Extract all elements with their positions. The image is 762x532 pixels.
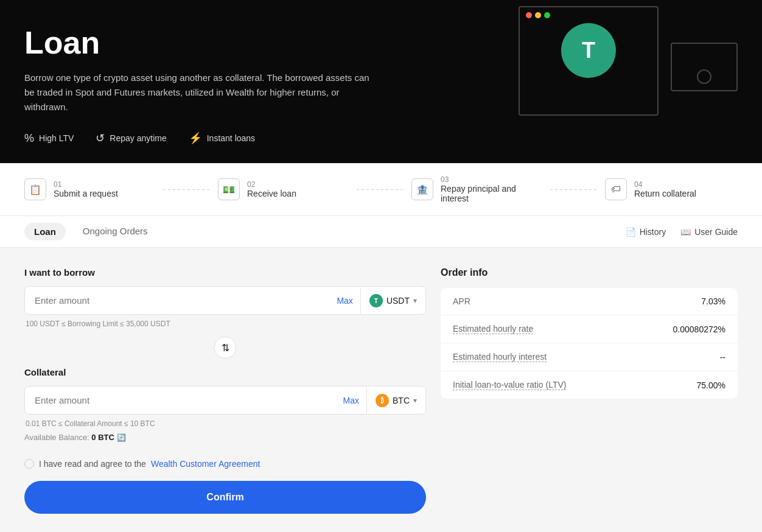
hourly-rate-row: Estimated hourly rate 0.00080272% (441, 315, 738, 343)
tether-logo: T (561, 23, 616, 78)
usdt-icon: T (369, 294, 383, 307)
step-3-icon: 🏦 (411, 178, 433, 200)
hero-illustration: T (519, 6, 738, 116)
agreement-link[interactable]: Wealth Customer Agreement (151, 459, 260, 469)
borrow-hint: 100 USDT ≤ Borrowing Limit ≤ 35,000 USDT (26, 320, 426, 328)
collateral-max-button[interactable]: Max (336, 396, 366, 405)
step-divider-3 (550, 189, 599, 190)
collateral-amount-input[interactable] (25, 387, 336, 414)
agreement-checkbox[interactable] (24, 459, 34, 469)
step-3-label: Repay principal and interest (441, 184, 544, 203)
collateral-token-selector[interactable]: ₿ BTC ▾ (366, 388, 425, 413)
tabs-row: Loan Ongoing Orders 📄 History 📖 User Gui… (0, 216, 762, 248)
steps-bar: 📋 01 Submit a request 💵 02 Receive loan … (0, 163, 762, 216)
step-4-num: 04 (634, 180, 696, 189)
hero-description: Borrow one type of crypto asset using an… (24, 71, 377, 114)
dot-green (544, 12, 550, 18)
hero-features: % High LTV ↺ Repay anytime ⚡ Instant loa… (24, 131, 426, 145)
collateral-token-label: BTC (393, 396, 410, 405)
agreement-text: I have read and agree to the (39, 459, 146, 469)
history-icon: 📄 (626, 227, 636, 237)
step-2-text: 02 Receive loan (247, 180, 296, 198)
borrow-token-label: USDT (386, 296, 410, 306)
apr-label: APR (453, 296, 470, 306)
borrow-input-row: Max T USDT ▾ (24, 286, 426, 315)
order-info-card: APR 7.03% Estimated hourly rate 0.000802… (441, 288, 738, 399)
step-2: 💵 02 Receive loan (218, 178, 351, 200)
monitor-illustration: T (519, 6, 659, 116)
collateral-token-chevron: ▾ (413, 396, 417, 405)
step-2-icon: 💵 (218, 178, 240, 200)
hourly-interest-row: Estimated hourly interest -- (441, 343, 738, 371)
swap-button[interactable]: ⇅ (214, 337, 236, 359)
step-divider-1 (163, 189, 212, 190)
step-1-num: 01 (54, 180, 118, 189)
step-1: 📋 01 Submit a request (24, 178, 157, 200)
step-2-label: Receive loan (247, 189, 296, 198)
available-balance-row: Available Balance: 0 BTC 🔄 (24, 433, 426, 442)
hourly-interest-label: Estimated hourly interest (453, 352, 547, 362)
lightning-icon: ⚡ (189, 131, 202, 145)
order-info-title: Order info (441, 267, 738, 278)
step-3-text: 03 Repay principal and interest (441, 175, 544, 203)
history-button[interactable]: 📄 History (626, 227, 666, 237)
collateral-input-row: Max ₿ BTC ▾ (24, 386, 426, 415)
feature-repay: ↺ Repay anytime (96, 131, 166, 145)
step-1-text: 01 Submit a request (54, 180, 118, 198)
hourly-rate-value: 0.00080272% (673, 324, 725, 334)
step-2-num: 02 (247, 180, 296, 189)
apr-row: APR 7.03% (441, 288, 738, 315)
step-1-icon: 📋 (24, 178, 46, 200)
hourly-rate-label: Estimated hourly rate (453, 324, 533, 334)
step-divider-2 (357, 189, 405, 190)
left-panel: I want to borrow Max T USDT ▾ 100 USDT ≤… (24, 267, 426, 514)
borrow-max-button[interactable]: Max (329, 296, 360, 306)
ltv-row: Initial loan-to-value ratio (LTV) 75.00% (441, 371, 738, 399)
page-title: Loan (24, 24, 426, 61)
user-guide-icon: 📖 (680, 227, 691, 237)
collateral-section-label: Collateral (24, 367, 426, 377)
tabs-actions: 📄 History 📖 User Guide (626, 227, 738, 237)
feature-instant: ⚡ Instant loans (189, 131, 255, 145)
right-panel: Order info APR 7.03% Estimated hourly ra… (441, 267, 738, 514)
step-3-num: 03 (441, 175, 544, 184)
user-guide-button[interactable]: 📖 User Guide (680, 227, 738, 237)
available-balance-label: Available Balance: (24, 433, 89, 442)
step-1-label: Submit a request (54, 189, 118, 198)
feature-ltv-label: High LTV (39, 133, 74, 143)
ltv-label: Initial loan-to-value ratio (LTV) (453, 380, 566, 390)
borrow-amount-input[interactable] (25, 287, 329, 314)
content-area: I want to borrow Max T USDT ▾ 100 USDT ≤… (0, 248, 762, 532)
btc-icon: ₿ (376, 394, 389, 407)
main-content: I want to borrow Max T USDT ▾ 100 USDT ≤… (0, 248, 762, 532)
user-guide-label: User Guide (694, 227, 738, 237)
card-circle (697, 69, 711, 84)
repay-icon: ↺ (96, 131, 105, 145)
step-3: 🏦 03 Repay principal and interest (411, 175, 544, 203)
monitor-dots (520, 7, 657, 23)
percent-icon: % (24, 132, 34, 145)
history-label: History (640, 227, 666, 237)
confirm-button[interactable]: Confirm (24, 481, 426, 514)
step-4-icon: 🏷 (605, 178, 627, 200)
feature-ltv: % High LTV (24, 131, 74, 145)
step-4-text: 04 Return collateral (634, 180, 696, 198)
apr-value: 7.03% (701, 296, 725, 306)
feature-instant-label: Instant loans (207, 133, 255, 143)
ltv-value: 75.00% (697, 380, 725, 390)
step-4: 🏷 04 Return collateral (605, 178, 738, 200)
hero-section: Loan Borrow one type of crypto asset usi… (0, 0, 762, 163)
refresh-icon[interactable]: 🔄 (117, 433, 126, 442)
dot-yellow (535, 12, 541, 18)
borrow-token-selector[interactable]: T USDT ▾ (360, 288, 425, 313)
tab-ongoing-orders[interactable]: Ongoing Orders (83, 216, 148, 247)
card-illustration (671, 43, 738, 91)
tab-loan[interactable]: Loan (24, 223, 66, 240)
borrow-token-chevron: ▾ (413, 296, 417, 305)
borrow-section-label: I want to borrow (24, 267, 426, 278)
available-balance-value: 0 BTC (91, 433, 114, 442)
hourly-interest-value: -- (720, 352, 725, 362)
feature-repay-label: Repay anytime (110, 133, 166, 143)
dot-red (526, 12, 532, 18)
agreement-row: I have read and agree to the Wealth Cust… (24, 459, 426, 469)
